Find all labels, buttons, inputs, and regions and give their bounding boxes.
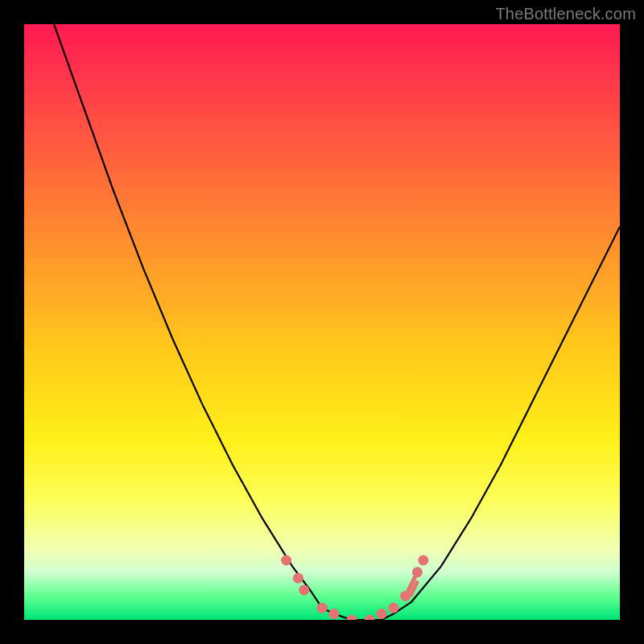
curve-marker <box>328 609 339 619</box>
chart-frame: TheBottleneck.com <box>0 0 644 644</box>
curve-marker <box>317 603 328 613</box>
curve-marker <box>388 603 398 613</box>
curve-marker <box>412 567 423 577</box>
curve-marker <box>281 555 291 566</box>
curve-markers <box>281 555 428 621</box>
curve-marker <box>377 609 387 619</box>
curve-marker <box>418 555 428 566</box>
watermark-text: TheBottleneck.com <box>495 5 636 23</box>
curve-marker <box>293 573 303 584</box>
bottleneck-curve <box>24 24 620 620</box>
curve-layer <box>24 24 620 620</box>
curve-marker <box>299 585 309 596</box>
plot-area <box>24 24 620 620</box>
curve-marker <box>365 615 375 621</box>
curve-marker <box>347 615 357 621</box>
